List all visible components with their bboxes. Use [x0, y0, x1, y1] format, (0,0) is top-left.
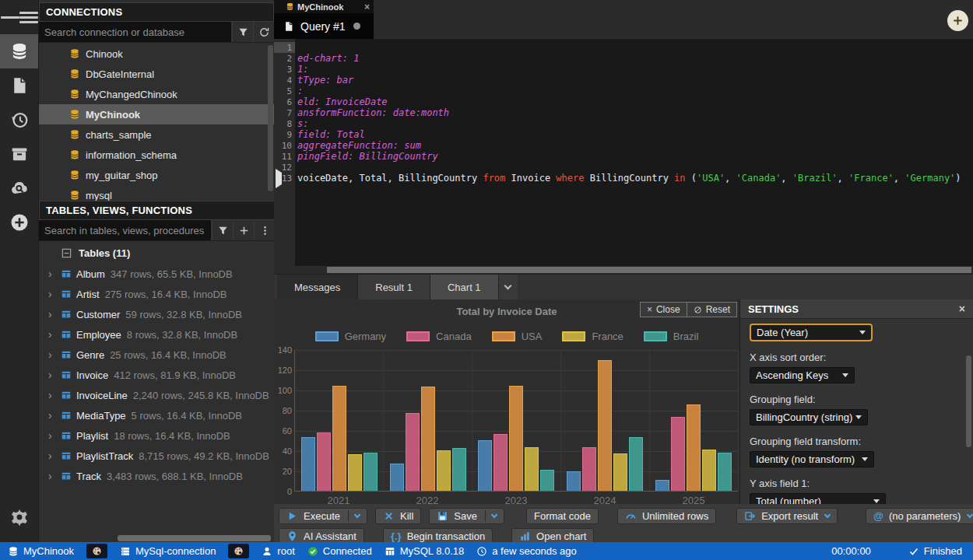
bar-germany-2025[interactable] — [655, 480, 669, 491]
sql-editor[interactable]: 12345678910111213 ed-chart: 11:tType: ba… — [274, 39, 973, 266]
table-row[interactable]: ›Track3,483 rows, 688.1 KB, InnoDB — [39, 466, 275, 486]
kebab-menu-icon[interactable] — [254, 220, 275, 240]
table-row[interactable]: ›MediaType5 rows, 16.4 KB, InnoDB — [39, 405, 275, 425]
tab-query-1[interactable]: Query #1 — [274, 13, 374, 39]
bar-usa-2025[interactable] — [687, 404, 701, 491]
files-nav-icon[interactable] — [0, 68, 38, 103]
settings-select-total-number-[interactable]: Total (number) — [750, 493, 886, 504]
connection-item[interactable]: information_schema — [39, 145, 275, 165]
bar-canada-2022[interactable] — [406, 413, 420, 491]
legend-item[interactable]: France — [562, 331, 623, 342]
format-code-button[interactable]: Format code — [526, 508, 599, 524]
tables-search-input[interactable]: Search in tables, views, procedures — [39, 220, 212, 240]
database-nav-icon[interactable] — [0, 34, 38, 68]
bar-brazil-2022[interactable] — [452, 448, 466, 491]
new-tab-button[interactable] — [947, 10, 968, 31]
filter-icon[interactable] — [212, 220, 233, 240]
bar-germany-2023[interactable] — [478, 440, 492, 491]
add-icon[interactable] — [233, 220, 254, 240]
chevron-right-icon[interactable]: › — [48, 409, 61, 422]
connection-item[interactable]: DbGateInternal — [39, 64, 275, 84]
statusbar-database[interactable]: MyChinook — [8, 545, 74, 557]
menu-icon[interactable] — [0, 0, 38, 34]
bar-france-2023[interactable] — [525, 447, 539, 491]
bar-germany-2024[interactable] — [567, 471, 581, 491]
legend-item[interactable]: Germany — [315, 331, 386, 342]
chevron-right-icon[interactable]: › — [48, 369, 61, 381]
settings-gear-icon[interactable] — [0, 500, 38, 534]
chevron-right-icon[interactable]: › — [48, 389, 61, 401]
connections-scrollbar[interactable] — [268, 45, 273, 191]
connection-item[interactable]: charts_sample — [39, 124, 275, 145]
chart-reset-button[interactable]: Reset — [687, 303, 736, 317]
table-row[interactable]: ›Genre25 rows, 16.4 KB, InnoDB — [39, 345, 275, 365]
legend-item[interactable]: Canada — [406, 331, 472, 342]
bar-brazil-2021[interactable] — [364, 453, 378, 491]
chevron-down-icon[interactable] — [491, 511, 497, 517]
tables-hscrollbar[interactable] — [118, 535, 271, 541]
bar-usa-2021[interactable] — [332, 386, 346, 491]
connection-item[interactable]: MyChangedChinook — [39, 84, 275, 104]
kill-button[interactable]: Kill — [375, 508, 421, 524]
bar-usa-2023[interactable] — [509, 386, 523, 491]
connection-item[interactable]: MyChinook — [39, 104, 275, 124]
chevron-right-icon[interactable]: › — [48, 288, 61, 300]
editor-hscrollbar-thumb[interactable] — [327, 267, 971, 273]
chevron-down-icon[interactable] — [354, 511, 360, 517]
table-row[interactable]: ›Invoice412 rows, 81.9 KB, InnoDB — [39, 365, 275, 385]
settings-scrollbar[interactable] — [966, 355, 971, 447]
bar-germany-2022[interactable] — [390, 464, 404, 491]
archive-nav-icon[interactable] — [0, 137, 38, 171]
table-row[interactable]: ›InvoiceLine2,240 rows, 245.8 KB, InnoDB — [39, 385, 275, 405]
chevron-down-icon[interactable] — [967, 511, 973, 517]
bar-usa-2022[interactable] — [421, 387, 435, 491]
settings-select-date-year-[interactable]: Date (Year) — [750, 324, 873, 341]
settings-select-identity-no-transform-[interactable]: Identity (no transform) — [750, 451, 874, 467]
bar-canada-2021[interactable] — [317, 432, 331, 491]
chevron-right-icon[interactable]: › — [48, 268, 61, 280]
chevron-right-icon[interactable]: › — [48, 429, 61, 442]
table-row[interactable]: ›Artist275 rows, 16.4 KB, InnoDB — [39, 284, 275, 304]
settings-select-billingcountry-string-[interactable]: BillingCountry (string) — [750, 409, 868, 425]
chevron-right-icon[interactable]: › — [48, 470, 61, 482]
table-row[interactable]: ›Album347 rows, 65.5 KB, InnoDB — [39, 264, 275, 284]
bar-france-2022[interactable] — [437, 450, 451, 491]
chevron-right-icon[interactable]: › — [48, 308, 61, 320]
theme-button[interactable] — [228, 544, 249, 558]
connection-item[interactable]: my_guitar_shop — [39, 165, 275, 185]
chevron-down-icon[interactable] — [824, 511, 831, 517]
bar-canada-2024[interactable] — [582, 447, 596, 491]
tab-messages[interactable]: Messages — [277, 275, 358, 299]
bar-france-2021[interactable] — [348, 454, 362, 491]
save-button[interactable]: Save — [429, 508, 504, 524]
connection-item[interactable]: mysql — [39, 185, 275, 201]
tab-group-mychinook[interactable]: MyChinook × — [274, 0, 374, 13]
tab-chart-1[interactable]: Chart 1 — [430, 275, 499, 299]
bar-canada-2023[interactable] — [494, 434, 508, 491]
bar-brazil-2023[interactable] — [540, 470, 554, 491]
close-icon[interactable]: × — [364, 2, 370, 12]
execute-button[interactable]: Execute — [279, 508, 367, 524]
history-nav-icon[interactable] — [0, 103, 38, 137]
chevron-right-icon[interactable]: › — [48, 348, 61, 361]
no-parameters-button[interactable]: @(no parameters) — [866, 508, 973, 524]
refresh-icon[interactable] — [253, 22, 274, 42]
connection-item[interactable]: Chinook — [39, 44, 275, 64]
chart-close-button[interactable]: × Close — [641, 303, 687, 317]
table-row[interactable]: ›Employee8 rows, 32.8 KB, InnoDB — [39, 324, 275, 345]
bar-france-2025[interactable] — [702, 450, 716, 491]
export-result-button[interactable]: Export result — [736, 508, 838, 524]
bar-brazil-2024[interactable] — [629, 437, 643, 491]
bar-brazil-2025[interactable] — [718, 453, 732, 491]
table-row[interactable]: ›PlaylistTrack8,715 rows, 49.2 KB, InnoD… — [39, 446, 275, 466]
statusbar-connection[interactable]: MySql-connection — [120, 545, 216, 557]
settings-select-ascending-keys[interactable]: Ascending Keys — [750, 367, 855, 383]
chevron-right-icon[interactable]: › — [48, 450, 61, 462]
add-connection-icon[interactable] — [0, 205, 38, 240]
theme-button[interactable] — [86, 544, 107, 558]
unlimited-rows-button[interactable]: Unlimited rows — [617, 508, 716, 524]
close-icon[interactable]: × — [959, 303, 965, 315]
bar-usa-2024[interactable] — [598, 360, 612, 491]
tab-result-1[interactable]: Result 1 — [358, 275, 430, 299]
legend-item[interactable]: USA — [492, 331, 543, 342]
